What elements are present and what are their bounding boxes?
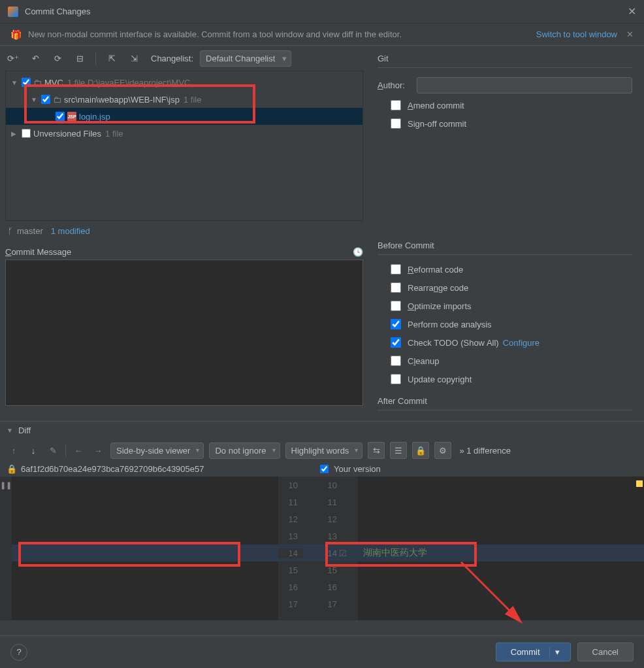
left-revision-title: 6af1f2d6b70ea24e973bca7692709b6c43905e57: [21, 464, 204, 474]
tree-file[interactable]: JSP login.jsp: [6, 108, 362, 125]
copyright-checkbox[interactable]: [391, 374, 401, 384]
author-label: Author:: [378, 80, 417, 90]
app-icon: [8, 7, 18, 17]
code-line: [358, 510, 644, 527]
viewer-mode-dropdown[interactable]: Side-by-side viewer: [110, 443, 204, 459]
expand-icon[interactable]: ⇱: [104, 50, 120, 66]
banner-close-icon[interactable]: ✕: [626, 29, 634, 39]
root-checkbox[interactable]: [22, 78, 31, 87]
branch-icon: ᚶ: [8, 226, 13, 236]
code-line: [358, 578, 644, 595]
author-input[interactable]: [417, 77, 632, 93]
your-version-checkbox[interactable]: [320, 465, 329, 473]
refresh-icon[interactable]: ⟳⁺: [5, 50, 21, 66]
commit-message-input[interactable]: [5, 259, 363, 406]
collapse-icon[interactable]: ⇲: [126, 50, 142, 66]
configure-link[interactable]: Configure: [503, 338, 539, 348]
diff-marker[interactable]: [636, 480, 643, 487]
code-line: [358, 595, 644, 612]
commit-message-label: Commit Message: [5, 247, 353, 257]
file-checkbox[interactable]: [56, 112, 65, 121]
nav-left-icon[interactable]: ←: [71, 443, 86, 458]
edit-icon[interactable]: ✎: [46, 443, 60, 458]
nav-right-icon[interactable]: →: [91, 443, 105, 458]
todo-checkbox[interactable]: [391, 337, 401, 348]
ignore-dropdown[interactable]: Do not ignore: [209, 443, 280, 459]
window-title: Commit Changes: [25, 7, 628, 16]
right-revision-title: Your version: [334, 464, 381, 474]
code-line: [12, 595, 278, 612]
banner-text: New non-modal commit interface is availa…: [28, 29, 531, 39]
analysis-checkbox[interactable]: [391, 319, 401, 329]
tree-unversioned[interactable]: ▶ Unversioned Files 1 file: [6, 125, 362, 142]
before-commit-title: Before Commit: [378, 241, 632, 255]
diff-count: » 1 difference: [459, 446, 511, 456]
commit-split-icon[interactable]: ▾: [549, 647, 565, 657]
code-line: [12, 578, 278, 595]
lock-icon[interactable]: 🔒: [412, 442, 429, 459]
reformat-checkbox[interactable]: [391, 264, 401, 275]
signoff-label: Sign-off commit: [408, 119, 466, 129]
code-line: </span><span class="txt">Title</span><sp…: [12, 493, 278, 510]
gift-icon: 🎁: [10, 29, 22, 40]
tree-root[interactable]: ▼ 🗀 MVC 1 file D:\javaEE\ideaproject\MVC: [6, 74, 362, 91]
redo-icon[interactable]: ⟳: [50, 50, 65, 66]
amend-checkbox[interactable]: [391, 100, 401, 110]
help-button[interactable]: ?: [10, 644, 27, 661]
code-line: [12, 510, 278, 527]
code-line: [12, 544, 278, 561]
folder-icon: 🗀: [33, 78, 42, 88]
code-line: </span><span class="txt">Title</span><sp…: [358, 493, 644, 510]
tree-folder[interactable]: ▼ 🗀 src\main\webapp\WEB-INF\jsp 1 file: [6, 91, 362, 108]
changelist-label: Changelist:: [151, 54, 193, 63]
after-commit-title: After Commit: [378, 396, 632, 410]
cleanup-checkbox[interactable]: [391, 356, 401, 366]
unversioned-checkbox[interactable]: [22, 129, 31, 138]
sync-scroll-icon[interactable]: ☰: [390, 442, 407, 459]
readonly-lock-icon: 🔒: [7, 464, 17, 474]
settings-icon[interactable]: ⚙: [434, 442, 451, 459]
optimize-checkbox[interactable]: [391, 301, 401, 311]
history-icon[interactable]: 🕓: [353, 247, 363, 257]
signoff-checkbox[interactable]: [391, 118, 401, 129]
folder-checkbox[interactable]: [41, 95, 50, 104]
undo-icon[interactable]: ↶: [27, 50, 43, 66]
close-icon[interactable]: ✕: [628, 5, 636, 18]
next-diff-icon[interactable]: ↓: [26, 443, 40, 458]
diff-collapse-icon[interactable]: ▼: [7, 427, 13, 434]
code-line: [358, 476, 644, 493]
rearrange-checkbox[interactable]: [391, 282, 401, 293]
commit-button[interactable]: Commit ▾: [496, 643, 571, 661]
code-line: 湖南中医药大学: [358, 544, 644, 561]
code-line: [12, 476, 278, 493]
jsp-file-icon: JSP: [67, 112, 76, 121]
branch-name: master: [17, 226, 43, 236]
amend-label: Amend commit: [408, 101, 464, 110]
cancel-button[interactable]: Cancel: [577, 643, 634, 661]
changes-tree[interactable]: ▼ 🗀 MVC 1 file D:\javaEE\ideaproject\MVC…: [5, 71, 363, 221]
switch-tool-window-link[interactable]: Switch to tool window: [536, 29, 617, 39]
collapse-unchanged-icon[interactable]: ⇆: [368, 442, 385, 459]
prev-diff-icon[interactable]: ↑: [7, 443, 21, 458]
code-line: [12, 561, 278, 578]
diff-label: Diff: [18, 426, 31, 435]
code-line: [12, 527, 278, 544]
highlight-dropdown[interactable]: Highlight words: [285, 443, 363, 459]
code-line: [358, 527, 644, 544]
changelist-dropdown[interactable]: Default Changelist: [200, 50, 291, 67]
git-section-title: Git: [378, 54, 632, 68]
code-line: [358, 561, 644, 578]
folder-icon: 🗀: [53, 95, 61, 105]
tree-icon[interactable]: ⊟: [72, 50, 88, 66]
modified-count[interactable]: 1 modified: [51, 226, 90, 236]
